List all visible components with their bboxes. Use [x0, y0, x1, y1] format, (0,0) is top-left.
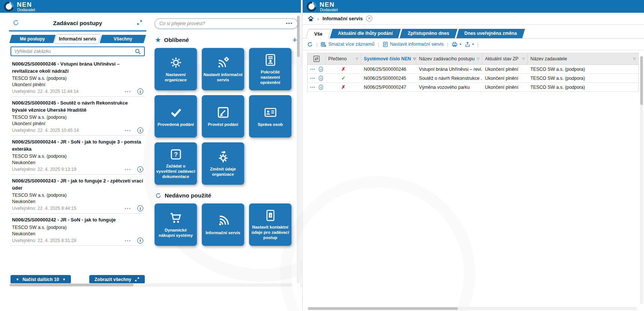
- row-menu-icon[interactable]: •••: [310, 67, 315, 71]
- item-title: N006/25/S00000245 - Soutěž o návrh Rekon…: [12, 100, 143, 114]
- search-input[interactable]: [14, 49, 135, 54]
- item-info-icon[interactable]: i: [137, 166, 143, 172]
- cell-org: TESCO SW a.s. (podpora): [528, 74, 638, 82]
- item-org: TESCO SW a.s. (podpora): [12, 76, 143, 81]
- column-nazev-postupu[interactable]: Název zadávacího postupu ▽: [416, 53, 482, 64]
- list-item[interactable]: N006/25/S00000246 - Vstupní brána Uhříně…: [11, 58, 145, 97]
- printer-icon: [452, 42, 458, 47]
- tab-dnes-uverejnena-zmena[interactable]: Dnes uveřejněna změna: [456, 29, 525, 38]
- list-item[interactable]: N006/25/S00000242 - JR - SoN - jak to fu…: [11, 214, 145, 246]
- tile-provest-podani[interactable]: Provést podání: [202, 95, 244, 138]
- item-menu-icon[interactable]: •••: [125, 167, 131, 172]
- row-info-icon[interactable]: i: [319, 67, 323, 72]
- tile-provedena-podani[interactable]: Provedená podání: [155, 95, 197, 138]
- row-menu-icon[interactable]: •••: [310, 76, 315, 80]
- item-menu-icon[interactable]: •••: [125, 206, 131, 211]
- load-more-button[interactable]: ▼ Načíst dalších 10 ▼: [11, 275, 71, 284]
- sidebar-tabs: Mé postupy Informační servis Všechny: [11, 35, 145, 43]
- item-status: Ukončení plnění: [12, 82, 143, 87]
- column-aktualni-stav[interactable]: Aktuální stav ZP ▽: [482, 53, 528, 64]
- tab-aktualni-dle-lhuty[interactable]: Aktuální dle lhůty podání: [330, 29, 401, 38]
- list-settings-icon: [383, 42, 388, 47]
- print-button[interactable]: ▾: [452, 42, 461, 47]
- item-info-icon[interactable]: i: [137, 238, 143, 244]
- expand-icon: [135, 277, 140, 282]
- expand-icon[interactable]: [137, 19, 143, 25]
- tile-sprava-osob[interactable]: Správa osob: [249, 95, 291, 138]
- row-menu-icon[interactable]: •••: [310, 85, 315, 89]
- item-info-icon[interactable]: i: [137, 127, 143, 133]
- filter-icon[interactable]: ▽: [477, 57, 479, 61]
- row-info-icon[interactable]: i: [319, 76, 323, 81]
- tile-zazadat-o-vysvetleni[interactable]: ? Zažádat o vysvětlení zadávací dokument…: [155, 142, 197, 185]
- tile-nastaveni-organizace[interactable]: Nastavení organizace: [155, 48, 197, 90]
- document-info-icon: i: [264, 209, 277, 222]
- command-menu-icon[interactable]: •••: [286, 21, 293, 26]
- cell-org: TESCO SW a.s. (podpora): [528, 83, 638, 91]
- item-title: N006/25/S00000243 - JR - jak to funguje …: [12, 178, 143, 191]
- refresh-icon: [307, 42, 313, 47]
- item-info-icon[interactable]: i: [137, 205, 143, 211]
- item-menu-icon[interactable]: •••: [125, 89, 131, 94]
- column-precteno[interactable]: Přečteno ▽: [326, 53, 361, 64]
- list-item[interactable]: N006/25/S00000243 - JR - jak to funguje …: [11, 175, 145, 214]
- refresh-button[interactable]: [307, 42, 313, 47]
- breadcrumb-current[interactable]: Informační servis: [323, 16, 363, 21]
- tile-nastavit-kontaktni-udaje[interactable]: i Nastavit kontaktní údaje pro zadávací …: [249, 203, 291, 246]
- column-systemove-cislo[interactable]: Systémové číslo NEN ▽: [361, 53, 416, 64]
- signal-icon: [216, 214, 230, 227]
- cart-icon: [169, 211, 183, 225]
- filter-icon[interactable]: ▽: [633, 57, 636, 61]
- right-horizontal-scrollbar[interactable]: [307, 307, 637, 310]
- item-info-icon[interactable]: i: [137, 88, 143, 94]
- refresh-icon[interactable]: [13, 19, 19, 26]
- show-all-button[interactable]: Zobrazit všechny: [89, 275, 145, 284]
- left-horizontal-scrollbar[interactable]: [9, 283, 292, 287]
- tab-me-postupy[interactable]: Mé postupy: [9, 35, 56, 43]
- cell-name: Výměna vozového parku: [416, 83, 482, 91]
- cell-status: Ukončení plnění: [482, 65, 528, 73]
- tile-zmenit-udaje-organizace[interactable]: Změnit údaje organizace: [202, 142, 244, 185]
- tab-zpristupneno-dnes[interactable]: Zpřístupněno dnes: [400, 29, 458, 38]
- setup-info-service-button[interactable]: Nastavit informační servis: [383, 42, 444, 47]
- tab-vsechny[interactable]: Všechny: [100, 35, 146, 43]
- home-icon[interactable]: [308, 16, 314, 22]
- list-item[interactable]: N006/25/S00000245 - Soutěž o návrh Rekon…: [11, 97, 145, 136]
- item-org: TESCO SW a.s. (podpora): [12, 193, 143, 198]
- table-row[interactable]: ••• i ✗ N006/25/P00000247 Výměna vozovéh…: [308, 83, 638, 92]
- item-menu-icon[interactable]: •••: [125, 238, 131, 243]
- tile-pokrocile-nastaveni-opravneni[interactable]: Pokročilé nastavení oprávnění: [249, 48, 291, 90]
- tile-nastavit-informacni-servis[interactable]: Nastavit informační servis: [202, 48, 244, 90]
- id-card-icon: [264, 106, 277, 119]
- history-icon: [155, 193, 161, 199]
- item-menu-icon[interactable]: •••: [125, 128, 131, 133]
- cell-number: N006/25/S00000245: [361, 74, 416, 82]
- list-item[interactable]: N006/25/S00000244 - JR - SoN - jak to fu…: [11, 136, 145, 175]
- brand-role: Dodavatel: [320, 7, 338, 12]
- export-button[interactable]: ▾: [465, 42, 474, 47]
- close-icon[interactable]: ✕: [366, 15, 372, 22]
- table-row[interactable]: ••• i ✗ N006/25/S00000246 Vstupní brána …: [308, 65, 638, 74]
- filter-icon[interactable]: ▽: [413, 57, 416, 61]
- filter-icon[interactable]: ▽: [356, 57, 358, 61]
- row-info-icon[interactable]: i: [319, 85, 323, 90]
- tile-informacni-servis[interactable]: Informační servis: [202, 203, 244, 246]
- right-vertical-scrollbar[interactable]: [640, 55, 643, 304]
- brand-role: Dodavatel: [17, 7, 35, 12]
- search-icon[interactable]: [135, 48, 141, 55]
- column-nazev-zadavatele[interactable]: Název zadavatele ▽: [528, 53, 638, 64]
- delete-records-button[interactable]: Smazat více záznamů: [321, 42, 374, 47]
- results-table: Přečteno ▽ Systémové číslo NEN ▽ Název z…: [307, 53, 639, 92]
- dashboard: ••• ★ Oblíbené + Nastavení organizace: [155, 13, 298, 287]
- command-search: •••: [155, 18, 298, 29]
- filter-icon[interactable]: ▽: [522, 57, 525, 61]
- cell-name: Vstupní brána Uhříněvsi – revi...: [416, 65, 482, 73]
- command-input[interactable]: [159, 21, 286, 26]
- add-favorite-icon[interactable]: +: [292, 37, 297, 43]
- table-row[interactable]: ••• i ✓ N006/25/S00000245 Soutěž o návrh…: [308, 74, 638, 83]
- column-settings-header[interactable]: [308, 53, 326, 64]
- tab-vse[interactable]: Vše: [306, 29, 331, 39]
- tab-informacni-servis[interactable]: Informační servis: [54, 35, 101, 43]
- item-published: Uveřejněno: 22. 4. 2025 8:44:15: [12, 206, 125, 211]
- tile-dynamicke-nakupni-systemy[interactable]: Dynamické nákupní systémy: [155, 203, 197, 246]
